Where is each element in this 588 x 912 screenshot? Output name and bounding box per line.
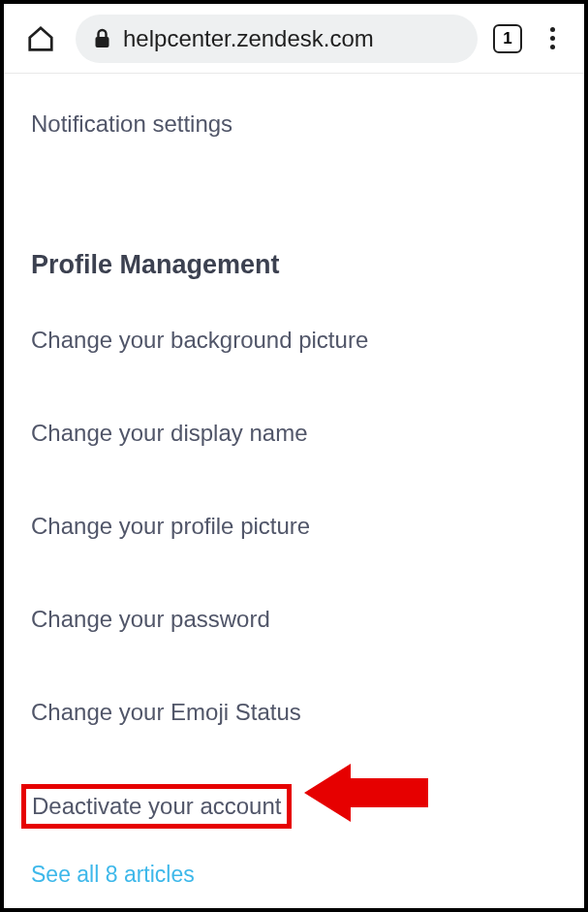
link-change-display-name[interactable]: Change your display name [31,412,557,455]
link-change-profile-picture[interactable]: Change your profile picture [31,505,557,548]
article-list: Change your background picture Change yo… [31,319,557,858]
arrow-left-icon [304,759,430,827]
page-content: Notification settings Profile Management… [4,74,584,888]
url-text: helpcenter.zendesk.com [123,25,374,52]
browser-menu-button[interactable] [538,24,567,53]
address-bar[interactable]: helpcenter.zendesk.com [76,15,478,63]
see-all-articles-link[interactable]: See all 8 articles [31,862,195,888]
annotation-arrow [304,759,430,831]
link-change-password[interactable]: Change your password [31,598,557,641]
link-change-emoji-status[interactable]: Change your Emoji Status [31,691,557,734]
dots-icon [550,27,555,32]
section-heading-profile-management: Profile Management [31,250,557,280]
tab-switcher[interactable]: 1 [493,24,522,53]
svg-marker-1 [304,764,428,822]
tab-count-number: 1 [503,29,511,48]
link-notification-settings[interactable]: Notification settings [31,103,232,145]
lock-icon [93,28,111,49]
home-icon [26,24,55,53]
browser-toolbar: helpcenter.zendesk.com 1 [4,4,584,74]
svg-rect-0 [96,37,109,47]
link-change-background-picture[interactable]: Change your background picture [31,319,557,362]
home-button[interactable] [21,19,60,58]
link-deactivate-account[interactable]: Deactivate your account [21,784,292,829]
